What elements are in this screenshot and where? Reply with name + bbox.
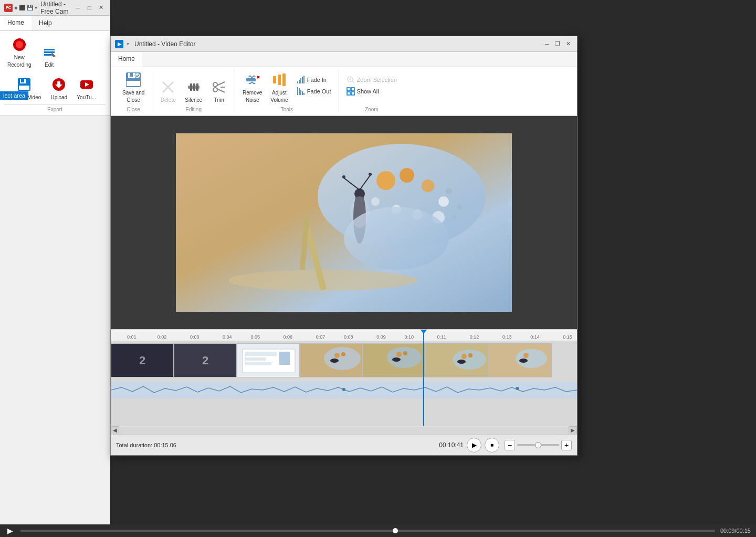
- scroll-right-btn[interactable]: ▶: [569, 426, 577, 435]
- adjust-volume-label-2: Volume: [270, 97, 288, 103]
- outer-play-btn[interactable]: ▶: [5, 527, 15, 535]
- ve-ribbon-group-editing: Delete Silence: [152, 69, 235, 113]
- save-close-label-1: Save and: [122, 90, 144, 96]
- ve-bottombar: Total duration: 00:15.06 00:10:41 ▶ ■ − …: [111, 434, 577, 455]
- svg-rect-4: [44, 54, 51, 56]
- trim-button[interactable]: Trim: [207, 77, 230, 105]
- scroll-left-btn[interactable]: ◀: [111, 426, 119, 435]
- ve-preview-area: [111, 116, 577, 329]
- timeline-track: 2 2: [111, 341, 577, 426]
- scroll-track[interactable]: [119, 427, 569, 434]
- svg-rect-41: [299, 88, 300, 95]
- svg-point-74: [369, 173, 372, 176]
- svg-rect-50: [351, 88, 354, 91]
- svg-point-89: [387, 347, 422, 368]
- outer-progress-bar[interactable]: [20, 530, 715, 532]
- timeline-thumb-4: [300, 343, 363, 377]
- save-and-close-button[interactable]: Save and Close: [119, 69, 148, 105]
- fade-in-button[interactable]: Fade In: [293, 75, 334, 85]
- timeline-scrollbar: ◀ ▶: [111, 426, 577, 434]
- svg-point-58: [376, 171, 395, 190]
- stop-button[interactable]: ■: [485, 438, 499, 452]
- svg-rect-33: [278, 75, 281, 85]
- edit-label: Edit: [45, 62, 54, 68]
- delete-icon: [160, 79, 176, 96]
- svg-point-87: [330, 359, 339, 363]
- svg-rect-80: [245, 357, 266, 361]
- edit-icon: [41, 44, 58, 60]
- outer-window-title: Untitled - Free Cam: [40, 1, 70, 15]
- fade-out-button[interactable]: Fade Out: [293, 86, 334, 97]
- upload-button[interactable]: Upload: [47, 74, 70, 102]
- edit-button[interactable]: Edit: [38, 41, 61, 70]
- svg-point-1: [16, 41, 23, 48]
- adjust-volume-button[interactable]: Adjust Volume: [267, 69, 291, 105]
- svg-line-26: [217, 82, 225, 86]
- remove-noise-label-1: Remove: [243, 90, 262, 96]
- zoom-slider-thumb: [535, 442, 541, 448]
- svg-point-101: [519, 359, 528, 363]
- tools-group-label: Tools: [235, 107, 338, 112]
- silence-button[interactable]: Silence: [182, 77, 205, 105]
- svg-point-25: [213, 88, 217, 92]
- fade-in-icon: [297, 76, 305, 84]
- svg-rect-32: [273, 76, 276, 83]
- outer-tab-home[interactable]: Home: [0, 16, 32, 30]
- outer-close-btn[interactable]: ✕: [96, 3, 106, 13]
- ruler-mark-12: 0:12: [470, 334, 479, 340]
- ve-titlebar: ▶ ▾ Untitled - Video Editor ─ ❐ ✕: [111, 36, 577, 52]
- ve-tab-home[interactable]: Home: [111, 52, 142, 67]
- youtube-button[interactable]: YouTu...: [74, 74, 99, 102]
- thumb-label-2: 2: [174, 344, 236, 377]
- svg-rect-2: [44, 49, 55, 50]
- ruler-mark-10: 0:10: [404, 334, 414, 340]
- svg-rect-81: [245, 362, 271, 365]
- svg-point-91: [403, 351, 407, 355]
- zoom-selection-button[interactable]: Zoom Selection: [343, 75, 400, 85]
- export-section-label: Export: [4, 104, 106, 112]
- svg-point-90: [396, 352, 402, 357]
- playhead-triangle: [421, 330, 427, 334]
- outer-tab-help[interactable]: Help: [32, 16, 59, 30]
- playhead[interactable]: [423, 330, 424, 341]
- thumb-label-1: 2: [111, 344, 173, 377]
- svg-rect-52: [351, 92, 354, 95]
- ve-minimize-btn[interactable]: ─: [542, 39, 552, 49]
- silence-label: Silence: [185, 97, 202, 103]
- ruler-mark-9: 0:09: [376, 334, 386, 340]
- ve-ribbon-group-zoom: Zoom Selection Show All: [339, 69, 404, 113]
- zoom-controls-col: Zoom Selection Show All: [343, 75, 400, 105]
- ve-maximize-btn[interactable]: ❐: [553, 39, 562, 49]
- svg-point-24: [213, 82, 217, 87]
- zoom-slider[interactable]: [517, 444, 559, 446]
- show-all-label: Show All: [357, 88, 379, 94]
- zoom-out-btn[interactable]: −: [505, 440, 515, 450]
- adjust-volume-icon: [271, 71, 288, 88]
- upload-label: Upload: [50, 94, 67, 100]
- save-close-icon: [125, 71, 142, 88]
- new-recording-button[interactable]: New Recording: [4, 34, 35, 70]
- fade-in-label: Fade In: [307, 77, 327, 83]
- svg-rect-3: [44, 51, 55, 53]
- svg-rect-8: [19, 86, 29, 90]
- ve-close-btn[interactable]: ✕: [563, 39, 573, 49]
- show-all-button[interactable]: Show All: [343, 86, 400, 97]
- delete-button[interactable]: Delete: [156, 77, 180, 105]
- ruler-mark-3: 0:03: [190, 334, 200, 340]
- silence-icon: [185, 79, 202, 96]
- close-group-label: Close: [115, 107, 152, 112]
- ve-app-icon: ▶: [115, 40, 123, 48]
- play-button[interactable]: ▶: [467, 438, 481, 452]
- outer-maximize-btn[interactable]: □: [85, 3, 94, 13]
- ruler-mark-11: 0:11: [437, 334, 447, 340]
- zoom-selection-label: Zoom Selection: [357, 77, 397, 83]
- svg-point-67: [457, 204, 462, 209]
- zoom-in-btn[interactable]: +: [561, 440, 572, 450]
- outer-minimize-btn[interactable]: ─: [73, 3, 82, 13]
- fade-out-label: Fade Out: [307, 88, 331, 94]
- fade-out-icon: [297, 87, 305, 96]
- ve-ribbon-group-close: Save and Close Close: [115, 69, 152, 113]
- remove-noise-button[interactable]: Remove Noise: [239, 69, 265, 105]
- upload-icon: [50, 76, 67, 93]
- outer-freecam-window: FC ■ ⬛ 💾 ▾ Untitled - Free Cam ─ □ ✕ Hom…: [0, 0, 110, 537]
